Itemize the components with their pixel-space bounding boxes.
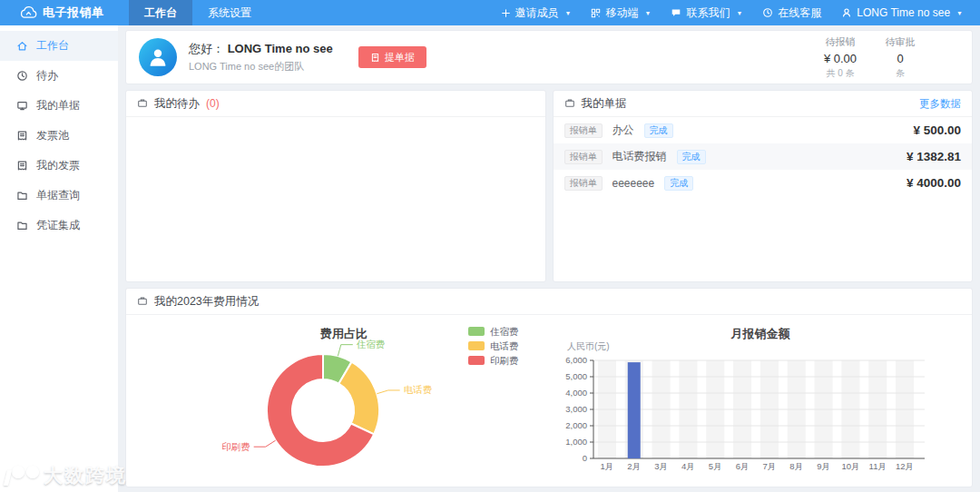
svg-text:印刷费: 印刷费 — [221, 441, 250, 452]
avatar — [139, 38, 177, 76]
stat-block: 待审批 0 条 — [881, 35, 919, 80]
svg-text:1,000: 1,000 — [565, 437, 587, 447]
svg-text:9月: 9月 — [817, 461, 830, 471]
document-list: 报销单 办公 完成 ¥ 500.00 报销单 电话费报销 完成 ¥ 1382.8… — [554, 117, 973, 281]
caret-down-icon: ▼ — [736, 10, 742, 16]
svg-text:1月: 1月 — [601, 461, 614, 471]
doc-status-badge: 完成 — [644, 123, 673, 138]
sidebar-item-todo[interactable]: 待办 — [0, 61, 118, 91]
welcome-card: 您好： LONG Time no see LONG Time no see的团队… — [125, 30, 973, 84]
doc-amount: ¥ 1382.81 — [906, 150, 961, 163]
top-navbar: 电子报销单 工作台系统设置 邀请成员 ▼ 移动端 ▼ 联系我们 ▼ 在线客服 L… — [0, 0, 980, 25]
board-icon — [16, 100, 28, 112]
doc-amount: ¥ 500.00 — [913, 123, 961, 137]
document-row[interactable]: 报销单 办公 完成 ¥ 500.00 — [554, 117, 973, 143]
sidebar-item-invoice-pool[interactable]: 发票池 — [0, 121, 118, 151]
todo-empty-area — [126, 117, 545, 281]
app-logo[interactable]: 电子报销单 — [0, 0, 118, 25]
sidebar: 工作台 待办 我的单据 发票池 我的发票 单据查询 凭证集成 — [0, 25, 118, 492]
greeting-prefix: 您好： — [189, 42, 228, 55]
chat-icon — [671, 7, 681, 18]
expense-panel: 我的2023年费用情况 费用占比住宿费电话费印刷费住宿费电话费印刷费月报销金额人… — [125, 288, 973, 487]
doc-type-badge: 报销单 — [564, 176, 603, 191]
nav-item-user[interactable]: LONG Time no see ▼ — [831, 0, 973, 25]
todo-panel: 我的待办 (0) — [125, 90, 546, 282]
stat-block: 待报销 ¥ 0.00 共 0 条 — [821, 35, 859, 80]
briefcase-icon — [137, 98, 148, 109]
documents-panel: 我的单据 更多数据 报销单 办公 完成 ¥ 500.00 报销单 电话费报销 完… — [553, 90, 974, 282]
sidebar-item-voucher-integration[interactable]: 凭证集成 — [0, 211, 118, 241]
headset-icon — [762, 7, 773, 18]
caret-down-icon: ▼ — [644, 10, 651, 16]
svg-text:6月: 6月 — [736, 461, 750, 471]
svg-text:2,000: 2,000 — [565, 420, 587, 430]
doc-type-badge: 报销单 — [564, 123, 603, 138]
nav-menu: 邀请成员 ▼ 移动端 ▼ 联系我们 ▼ 在线客服 LONG Time no se… — [491, 0, 980, 25]
svg-text:人民币(元): 人民币(元) — [567, 341, 610, 351]
ticket-icon — [370, 53, 380, 63]
svg-text:2月: 2月 — [627, 461, 641, 471]
briefcase-icon — [137, 296, 148, 307]
svg-text:5,000: 5,000 — [565, 371, 587, 381]
sidebar-item-workbench[interactable]: 工作台 — [0, 31, 118, 61]
invoice-icon — [16, 130, 28, 142]
svg-text:5月: 5月 — [709, 461, 722, 471]
user-icon — [841, 7, 852, 18]
caret-down-icon: ▼ — [956, 10, 963, 16]
doc-type-badge: 报销单 — [564, 150, 603, 164]
home-icon — [16, 40, 28, 52]
svg-text:月报销金额: 月报销金额 — [730, 327, 791, 340]
tab-system-settings[interactable]: 系统设置 — [192, 0, 267, 25]
doc-amount: ¥ 4000.00 — [906, 176, 961, 190]
sidebar-item-my-invoices[interactable]: 我的发票 — [0, 151, 118, 181]
todo-count: (0) — [206, 97, 220, 110]
submit-button-label: 提单据 — [385, 51, 415, 64]
svg-text:6,000: 6,000 — [565, 355, 587, 365]
svg-text:7月: 7月 — [763, 461, 777, 471]
invoice-icon — [16, 160, 28, 172]
sidebar-item-document-query[interactable]: 单据查询 — [0, 181, 118, 211]
svg-text:电话费: 电话费 — [404, 384, 433, 395]
team-name: LONG Time no see的团队 — [189, 60, 333, 74]
panels-row: 我的待办 (0) 我的单据 更多数据 报销单 办公 完成 ¥ 500.00 报销… — [125, 90, 973, 282]
doc-name: eeeeeee — [612, 177, 655, 190]
more-data-link[interactable]: 更多数据 — [919, 97, 961, 111]
svg-text:12月: 12月 — [896, 461, 914, 471]
tab-workbench[interactable]: 工作台 — [129, 0, 192, 25]
plus-icon — [501, 8, 511, 18]
clock-icon — [16, 70, 28, 82]
briefcase-icon — [564, 98, 575, 109]
nav-item-invite-members[interactable]: 邀请成员 ▼ — [491, 0, 582, 25]
folder-icon — [16, 190, 28, 202]
qrcode-icon — [591, 8, 601, 18]
svg-text:11月: 11月 — [869, 461, 887, 471]
submit-document-button[interactable]: 提单据 — [358, 46, 426, 68]
sidebar-item-my-documents[interactable]: 我的单据 — [0, 91, 118, 121]
svg-text:8月: 8月 — [789, 461, 803, 471]
expense-charts: 费用占比住宿费电话费印刷费住宿费电话费印刷费月报销金额人民币(元)01,0002… — [126, 314, 972, 487]
nav-tabs: 工作台系统设置 — [129, 0, 267, 25]
doc-name: 办公 — [612, 123, 634, 138]
svg-text:3月: 3月 — [654, 461, 668, 471]
expense-panel-title: 我的2023年费用情况 — [154, 294, 259, 310]
svg-text:印刷费: 印刷费 — [490, 355, 519, 366]
nav-item-mobile[interactable]: 移动端 ▼ — [581, 0, 661, 25]
svg-text:0: 0 — [583, 453, 587, 463]
document-row[interactable]: 报销单 电话费报销 完成 ¥ 1382.81 — [554, 143, 973, 170]
todo-panel-header: 我的待办 (0) — [126, 91, 545, 117]
folder-icon — [16, 220, 28, 231]
svg-text:4月: 4月 — [681, 461, 695, 471]
greeting-block: 您好： LONG Time no see LONG Time no see的团队 — [189, 41, 333, 74]
expense-panel-header: 我的2023年费用情况 — [126, 289, 972, 315]
nav-item-contact-us[interactable]: 联系我们 ▼ — [661, 0, 752, 25]
nav-item-online-service[interactable]: 在线客服 — [752, 0, 831, 25]
username: LONG Time no see — [228, 42, 333, 55]
documents-panel-title: 我的单据 — [582, 96, 627, 112]
main-content: 您好： LONG Time no see LONG Time no see的团队… — [118, 25, 980, 492]
svg-text:10月: 10月 — [841, 461, 859, 471]
documents-panel-header: 我的单据 更多数据 — [554, 91, 973, 117]
cloud-logo-icon — [20, 6, 37, 19]
svg-text:住宿费: 住宿费 — [490, 326, 519, 337]
stats-block: 待报销 ¥ 0.00 共 0 条 待审批 0 条 — [821, 35, 919, 80]
document-row[interactable]: 报销单 eeeeeee 完成 ¥ 4000.00 — [554, 170, 973, 196]
